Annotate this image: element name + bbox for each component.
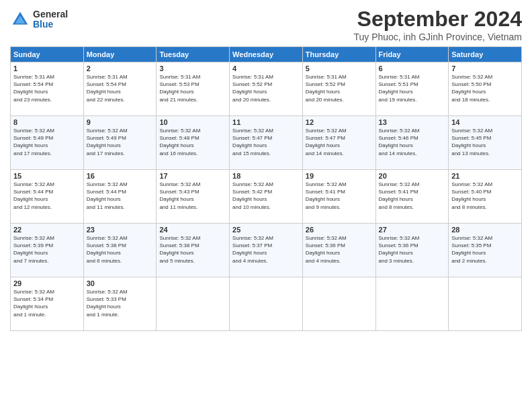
col-wednesday: Wednesday <box>230 47 303 62</box>
day-info: Sunrise: 5:31 AM Sunset: 5:52 PM Dayligh… <box>306 73 373 103</box>
day-number: 24 <box>159 226 226 234</box>
day-number: 18 <box>232 172 300 180</box>
day-number: 22 <box>13 226 81 234</box>
calendar-day-cell: 1 Sunrise: 5:31 AM Sunset: 5:54 PM Dayli… <box>11 62 84 116</box>
day-number: 28 <box>451 226 519 234</box>
day-number: 11 <box>232 118 300 126</box>
calendar-day-cell: 2 Sunrise: 5:31 AM Sunset: 5:54 PM Dayli… <box>83 62 157 116</box>
col-sunday: Sunday <box>11 47 84 62</box>
calendar-day-cell <box>302 277 375 331</box>
location-subtitle: Tuy Phuoc, inh GJinh Province, Vietnam <box>353 32 522 42</box>
day-info: Sunrise: 5:32 AM Sunset: 5:47 PM Dayligh… <box>232 127 300 157</box>
calendar-day-cell: 4 Sunrise: 5:31 AM Sunset: 5:52 PM Dayli… <box>230 62 303 116</box>
day-info: Sunrise: 5:32 AM Sunset: 5:38 PM Dayligh… <box>159 234 226 265</box>
day-number: 23 <box>87 226 154 234</box>
day-info: Sunrise: 5:32 AM Sunset: 5:49 PM Dayligh… <box>13 127 81 157</box>
calendar-day-cell: 12 Sunrise: 5:32 AM Sunset: 5:47 PM Dayl… <box>302 116 375 170</box>
day-info: Sunrise: 5:31 AM Sunset: 5:51 PM Dayligh… <box>379 73 446 103</box>
col-thursday: Thursday <box>302 47 375 62</box>
day-number: 8 <box>13 118 81 126</box>
day-info: Sunrise: 5:32 AM Sunset: 5:41 PM Dayligh… <box>379 181 446 211</box>
calendar-day-cell: 6 Sunrise: 5:31 AM Sunset: 5:51 PM Dayli… <box>375 62 449 116</box>
day-number: 26 <box>306 226 373 234</box>
calendar-day-cell: 9 Sunrise: 5:32 AM Sunset: 5:49 PM Dayli… <box>83 116 157 170</box>
calendar-week-row: 15 Sunrise: 5:32 AM Sunset: 5:44 PM Dayl… <box>11 170 522 224</box>
day-number: 1 <box>13 64 81 73</box>
col-saturday: Saturday <box>449 47 522 62</box>
calendar-day-cell: 18 Sunrise: 5:32 AM Sunset: 5:42 PM Dayl… <box>230 170 303 224</box>
calendar-day-cell <box>375 277 449 331</box>
day-number: 30 <box>87 279 154 287</box>
day-info: Sunrise: 5:31 AM Sunset: 5:52 PM Dayligh… <box>232 73 300 103</box>
day-info: Sunrise: 5:32 AM Sunset: 5:45 PM Dayligh… <box>451 127 519 157</box>
day-number: 6 <box>379 64 446 73</box>
calendar-day-cell: 20 Sunrise: 5:32 AM Sunset: 5:41 PM Dayl… <box>375 170 449 224</box>
col-monday: Monday <box>83 47 157 62</box>
calendar-day-cell: 23 Sunrise: 5:32 AM Sunset: 5:38 PM Dayl… <box>83 224 157 277</box>
day-info: Sunrise: 5:32 AM Sunset: 5:44 PM Dayligh… <box>87 181 154 211</box>
day-number: 15 <box>13 172 81 180</box>
day-number: 29 <box>13 279 81 287</box>
day-info: Sunrise: 5:32 AM Sunset: 5:46 PM Dayligh… <box>379 127 446 157</box>
day-number: 20 <box>379 172 446 180</box>
day-number: 9 <box>87 118 154 126</box>
day-number: 10 <box>159 118 226 126</box>
calendar-day-cell: 11 Sunrise: 5:32 AM Sunset: 5:47 PM Dayl… <box>230 116 303 170</box>
calendar-day-cell: 22 Sunrise: 5:32 AM Sunset: 5:39 PM Dayl… <box>11 224 84 277</box>
logo-blue: Blue <box>33 19 68 30</box>
calendar-day-cell: 14 Sunrise: 5:32 AM Sunset: 5:45 PM Dayl… <box>449 116 522 170</box>
day-info: Sunrise: 5:32 AM Sunset: 5:37 PM Dayligh… <box>232 234 300 265</box>
day-number: 27 <box>379 226 446 234</box>
day-info: Sunrise: 5:32 AM Sunset: 5:41 PM Dayligh… <box>306 181 373 211</box>
day-number: 17 <box>159 172 226 180</box>
day-info: Sunrise: 5:31 AM Sunset: 5:54 PM Dayligh… <box>87 73 154 103</box>
calendar-header-row: Sunday Monday Tuesday Wednesday Thursday… <box>11 47 522 62</box>
day-info: Sunrise: 5:32 AM Sunset: 5:43 PM Dayligh… <box>159 181 226 211</box>
day-number: 21 <box>451 172 519 180</box>
day-info: Sunrise: 5:32 AM Sunset: 5:50 PM Dayligh… <box>451 73 519 103</box>
day-info: Sunrise: 5:32 AM Sunset: 5:49 PM Dayligh… <box>87 127 154 157</box>
day-number: 25 <box>232 226 300 234</box>
calendar-week-row: 29 Sunrise: 5:32 AM Sunset: 5:34 PM Dayl… <box>11 277 522 331</box>
calendar-day-cell: 8 Sunrise: 5:32 AM Sunset: 5:49 PM Dayli… <box>11 116 84 170</box>
calendar-day-cell <box>449 277 522 331</box>
month-title: September 2024 <box>353 7 522 32</box>
day-info: Sunrise: 5:31 AM Sunset: 5:53 PM Dayligh… <box>159 73 226 103</box>
calendar-week-row: 8 Sunrise: 5:32 AM Sunset: 5:49 PM Dayli… <box>11 116 522 170</box>
calendar-table: Sunday Monday Tuesday Wednesday Thursday… <box>10 46 522 331</box>
day-number: 16 <box>87 172 154 180</box>
calendar-day-cell: 27 Sunrise: 5:32 AM Sunset: 5:36 PM Dayl… <box>375 224 449 277</box>
calendar-day-cell: 30 Sunrise: 5:32 AM Sunset: 5:33 PM Dayl… <box>83 277 157 331</box>
calendar-day-cell: 29 Sunrise: 5:32 AM Sunset: 5:34 PM Dayl… <box>11 277 84 331</box>
day-number: 4 <box>232 64 300 73</box>
day-info: Sunrise: 5:32 AM Sunset: 5:36 PM Dayligh… <box>306 234 373 265</box>
calendar-day-cell: 25 Sunrise: 5:32 AM Sunset: 5:37 PM Dayl… <box>230 224 303 277</box>
calendar-day-cell: 21 Sunrise: 5:32 AM Sunset: 5:40 PM Dayl… <box>449 170 522 224</box>
day-info: Sunrise: 5:32 AM Sunset: 5:33 PM Dayligh… <box>87 288 154 318</box>
calendar-day-cell: 5 Sunrise: 5:31 AM Sunset: 5:52 PM Dayli… <box>302 62 375 116</box>
calendar-day-cell: 10 Sunrise: 5:32 AM Sunset: 5:48 PM Dayl… <box>157 116 230 170</box>
calendar-day-cell <box>230 277 303 331</box>
logo-text: General Blue <box>33 9 68 30</box>
day-number: 19 <box>306 172 373 180</box>
calendar-week-row: 22 Sunrise: 5:32 AM Sunset: 5:39 PM Dayl… <box>11 224 522 277</box>
calendar-day-cell: 16 Sunrise: 5:32 AM Sunset: 5:44 PM Dayl… <box>83 170 157 224</box>
logo: General Blue <box>10 9 68 30</box>
day-number: 12 <box>306 118 373 126</box>
calendar-day-cell: 24 Sunrise: 5:32 AM Sunset: 5:38 PM Dayl… <box>157 224 230 277</box>
col-friday: Friday <box>375 47 449 62</box>
title-section: September 2024 Tuy Phuoc, inh GJinh Prov… <box>353 7 522 42</box>
calendar-day-cell <box>157 277 230 331</box>
page: General Blue September 2024 Tuy Phuoc, i… <box>0 0 532 411</box>
calendar-day-cell: 26 Sunrise: 5:32 AM Sunset: 5:36 PM Dayl… <box>302 224 375 277</box>
calendar-day-cell: 17 Sunrise: 5:32 AM Sunset: 5:43 PM Dayl… <box>157 170 230 224</box>
logo-general: General <box>33 9 68 19</box>
day-info: Sunrise: 5:31 AM Sunset: 5:54 PM Dayligh… <box>13 73 81 103</box>
day-info: Sunrise: 5:32 AM Sunset: 5:39 PM Dayligh… <box>13 234 81 265</box>
day-info: Sunrise: 5:32 AM Sunset: 5:35 PM Dayligh… <box>451 234 519 265</box>
day-number: 14 <box>451 118 519 126</box>
day-info: Sunrise: 5:32 AM Sunset: 5:47 PM Dayligh… <box>306 127 373 157</box>
header: General Blue September 2024 Tuy Phuoc, i… <box>10 7 522 42</box>
day-info: Sunrise: 5:32 AM Sunset: 5:38 PM Dayligh… <box>87 234 154 265</box>
day-number: 13 <box>379 118 446 126</box>
